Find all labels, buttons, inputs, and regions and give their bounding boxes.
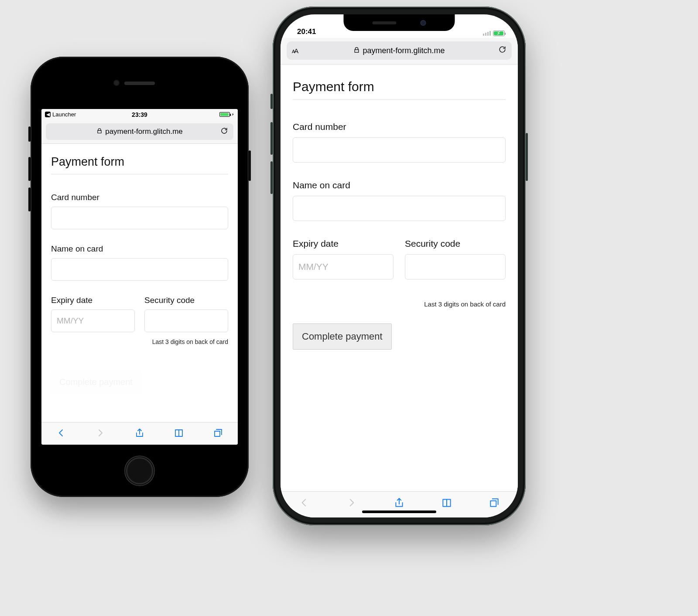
back-to-app-icon[interactable]: ◀ [45,112,51,117]
tabs-button[interactable] [213,428,223,440]
forward-button[interactable] [346,497,357,510]
share-button[interactable] [393,497,405,510]
url-field[interactable]: AA payment-form.glitch.me [287,41,512,60]
battery-icon: ⚡︎ [493,31,505,36]
expiry-label: Expiry date [293,238,393,249]
cvc-label: Security code [405,238,506,249]
volume-down-button [270,161,273,194]
reload-icon[interactable] [220,127,228,137]
expiry-input[interactable] [51,310,135,332]
page-title: Payment form [293,79,506,100]
earpiece [124,82,155,85]
status-time: 20:41 [297,27,316,36]
status-bar: ◀ Launcher 23:39 ⚡︎ [41,109,238,120]
mute-switch [270,94,273,109]
safari-address-bar: AA payment-form.glitch.me [41,120,238,144]
charging-icon: ⚡︎ [231,112,234,117]
bookmarks-button[interactable] [174,428,184,440]
back-button[interactable] [298,497,310,510]
safari-toolbar [281,491,518,517]
cvc-input[interactable] [144,310,228,332]
iphone-11-device: 20:41 ⚡︎ AA payment-form.glitch.me [273,7,526,525]
iphone-7-device: ◀ Launcher 23:39 ⚡︎ AA payment-form.glit… [31,57,249,497]
url-text: payment-form.glitch.me [105,127,183,136]
reload-icon[interactable] [498,45,506,56]
name-on-card-input[interactable] [51,258,228,281]
screen: 20:41 ⚡︎ AA payment-form.glitch.me [281,14,518,517]
bookmarks-button[interactable] [441,497,452,510]
name-on-card-input[interactable] [293,196,506,221]
back-button[interactable] [56,428,66,440]
url-field[interactable]: AA payment-form.glitch.me [46,123,233,140]
forward-button[interactable] [95,428,106,440]
earpiece [373,21,397,24]
home-indicator[interactable] [362,510,436,513]
card-number-input[interactable] [51,207,228,229]
power-button [249,150,251,181]
expiry-label: Expiry date [51,296,135,305]
front-camera [113,80,120,86]
cvc-input[interactable] [405,254,506,279]
url-text: payment-form.glitch.me [363,46,445,55]
cvc-hint: Last 3 digits on back of card [51,338,228,345]
cellular-signal-icon [483,31,491,36]
complete-payment-button[interactable]: Complete payment [293,323,392,350]
page-content: Payment form Card number Name on card Ex… [281,65,518,491]
notch [344,14,455,31]
battery-icon [219,112,230,117]
tabs-button[interactable] [489,497,500,510]
name-on-card-label: Name on card [293,180,506,191]
lock-icon [353,46,360,55]
share-button[interactable] [134,428,145,440]
page-title: Payment form [51,155,228,174]
front-camera [421,20,426,26]
card-number-label: Card number [293,122,506,132]
cvc-hint: Last 3 digits on back of card [293,300,506,308]
power-button [526,133,528,181]
volume-up-button [270,122,273,155]
safari-address-bar: AA payment-form.glitch.me [281,38,518,65]
cvc-label: Security code [144,296,228,305]
mute-switch [28,126,31,142]
expiry-input[interactable] [293,254,393,279]
home-button[interactable] [124,456,155,486]
safari-toolbar [41,422,238,445]
text-size-icon[interactable]: AA [292,47,298,54]
card-number-input[interactable] [293,137,506,163]
charging-icon: ⚡︎ [497,31,500,36]
status-time: 23:39 [132,111,147,118]
page-content: Payment form Card number Name on card Ex… [41,144,238,422]
lock-icon [96,127,103,136]
card-number-label: Card number [51,193,228,202]
complete-payment-button[interactable]: Complete payment [51,371,141,394]
screen: ◀ Launcher 23:39 ⚡︎ AA payment-form.glit… [41,109,238,445]
volume-down-button [28,187,31,211]
name-on-card-label: Name on card [51,244,228,254]
back-to-app-label[interactable]: Launcher [52,111,76,118]
volume-up-button [28,157,31,181]
